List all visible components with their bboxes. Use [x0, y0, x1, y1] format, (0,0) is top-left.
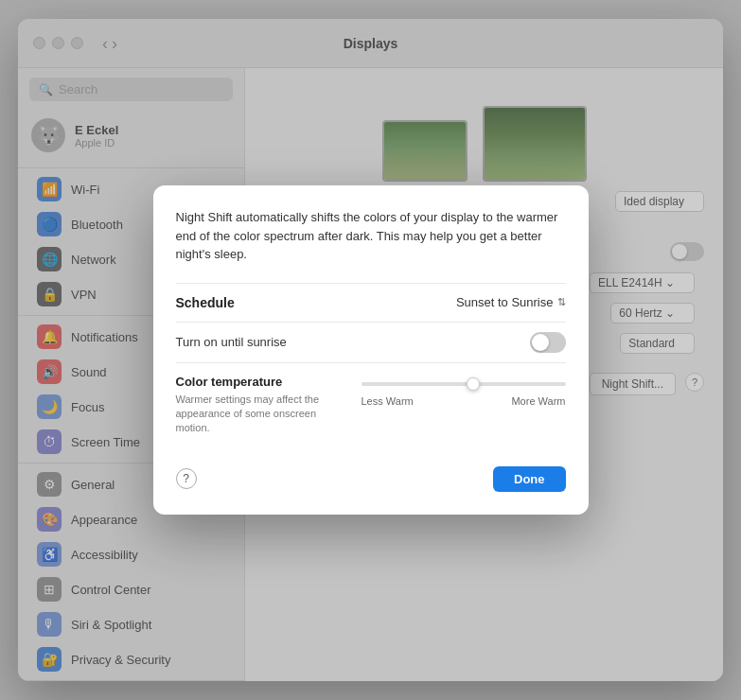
modal-footer: ? Done	[176, 463, 566, 492]
done-button[interactable]: Done	[493, 466, 566, 492]
color-temp-title: Color temperature	[176, 375, 346, 389]
less-warm-label: Less Warm	[362, 395, 414, 407]
turn-on-label: Turn on until sunrise	[176, 335, 287, 349]
schedule-row: Schedule Sunset to Sunrise ⇅	[176, 283, 566, 322]
color-temp-subtitle: Warmer settings may affect the appearanc…	[176, 393, 346, 436]
color-temp-slider[interactable]	[362, 375, 566, 394]
color-temp-section: Color temperature Warmer settings may af…	[176, 362, 566, 447]
slider-container-wrapper: Less Warm More Warm	[362, 375, 566, 436]
schedule-label: Schedule	[176, 295, 235, 310]
more-warm-label: More Warm	[511, 395, 565, 407]
slider-thumb[interactable]	[467, 377, 480, 391]
modal-description: Night Shift automatically shifts the col…	[176, 208, 566, 264]
color-temp-text: Color temperature Warmer settings may af…	[176, 375, 346, 436]
color-temp-labels: Less Warm More Warm	[362, 395, 566, 407]
chevron-updown-icon: ⇅	[557, 296, 566, 308]
modal-help-button[interactable]: ?	[176, 468, 197, 489]
schedule-value: Sunset to Sunrise	[456, 295, 554, 309]
turn-on-row: Turn on until sunrise	[176, 322, 566, 362]
turn-on-toggle[interactable]	[530, 332, 566, 353]
color-temp-content: Color temperature Warmer settings may af…	[176, 375, 566, 436]
schedule-value-container[interactable]: Sunset to Sunrise ⇅	[456, 295, 566, 309]
night-shift-modal: Night Shift automatically shifts the col…	[153, 185, 589, 515]
slider-track	[362, 382, 566, 386]
modal-overlay: Night Shift automatically shifts the col…	[0, 0, 741, 700]
